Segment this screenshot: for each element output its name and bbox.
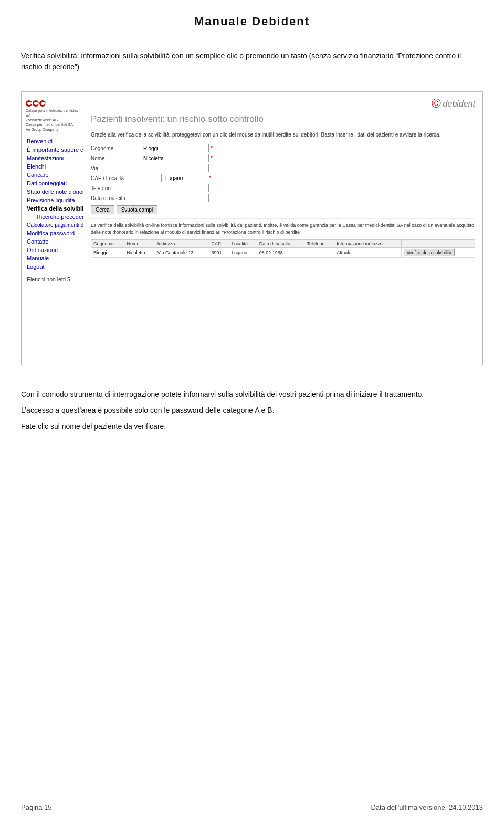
results-table: Cognome Nome Indirizzo CAP Località Data… (91, 239, 475, 258)
required-nome: * (211, 155, 213, 161)
sidebar-item-benvenuti[interactable]: Benvenuti (22, 137, 83, 145)
result-cognome: Rioggi (91, 248, 124, 258)
form-row-nascita: Data di nascita (91, 194, 475, 202)
search-button[interactable]: Cerca (91, 205, 114, 214)
form-row-nome: Nome * (91, 154, 475, 162)
result-telefono (304, 248, 334, 258)
col-nome: Nome (124, 240, 155, 248)
company-line3: Cassa per medici-dentisti SA (26, 122, 79, 127)
form-row-via: Via (91, 164, 475, 172)
input-telefono[interactable] (141, 184, 209, 192)
result-cap: 6901 (209, 248, 229, 258)
debident-logo: Ⓒ debident (432, 97, 475, 110)
page-footer: Pagina 15 Data dell'ultima versione: 24.… (21, 797, 483, 811)
elenchi-badge: Elenchi non letti 5 (22, 274, 83, 284)
col-indirizzo: Indirizzo (155, 240, 209, 248)
form-row-cognome: Cognome * (91, 144, 475, 152)
sim-page-heading: Pazienti insolventi: un rischio sotto co… (91, 114, 475, 128)
sim-layout: Caisse pour médecins-dentistes SA Zahnär… (22, 92, 482, 365)
result-indirizzo: Via Cantonale 13 (155, 248, 209, 258)
input-via[interactable] (141, 164, 209, 172)
legal-note: La verifica della solvibilità on-line fo… (91, 218, 475, 235)
form-row-cap: CAP / Località * (91, 174, 475, 182)
col-info: Informazione indirizzo (334, 240, 402, 248)
form-row-telefono: Telefono (91, 184, 475, 192)
screenshot-box: Caisse pour médecins-dentistes SA Zahnär… (21, 91, 483, 365)
page-wrapper: Manuale Debident Verifica solvibilità: i… (0, 0, 504, 827)
results-header-row: Cognome Nome Indirizzo CAP Località Data… (91, 240, 475, 248)
input-nome[interactable] (141, 154, 209, 162)
required-cognome: * (211, 145, 213, 151)
sim-main: Ⓒ debident Pazienti insolventi: un risch… (83, 92, 482, 365)
sim-description: Grazie alla verifica della solvibilità, … (91, 131, 475, 139)
form-buttons: Cerca Svuota campi (91, 205, 475, 214)
sidebar-item-ordinazione[interactable]: Ordinazione (22, 246, 83, 254)
label-nascita: Data di nascita (91, 195, 141, 201)
sim-sidebar: Caisse pour médecins-dentistes SA Zahnär… (22, 92, 83, 365)
sidebar-nav: Benvenuti È importante sapere che Manife… (22, 137, 83, 284)
sidebar-item-elenchi[interactable]: Elenchi (22, 162, 83, 171)
sidebar-item-manifestazioni[interactable]: Manifestazioni (22, 154, 83, 162)
footer-date: Data dell'ultima versione: 24.10.2013 (371, 803, 483, 811)
col-telefono: Telefono (304, 240, 334, 248)
result-action-cell: Verifica della solvibilità (401, 248, 475, 258)
label-cap: CAP / Località (91, 175, 141, 181)
company-line1: Caisse pour médecins-dentistes SA (26, 108, 79, 118)
company-line4: An Group Company (26, 127, 79, 132)
label-cognome: Cognome (91, 145, 141, 151)
col-action (401, 240, 475, 248)
sim-form: Cognome * Nome * Via CAP / Località (91, 144, 475, 214)
company-line2: Zahnärztekasse AG (26, 118, 79, 122)
label-via: Via (91, 165, 141, 171)
input-localita[interactable] (163, 174, 207, 182)
label-nome: Nome (91, 155, 141, 161)
sidebar-item-contatto[interactable]: Contatto (22, 237, 83, 246)
page-title: Manuale Debident (21, 0, 483, 41)
result-localita: Lugano (229, 248, 257, 258)
sidebar-item-stato[interactable]: Stato delle note d'onorario (22, 187, 83, 196)
intro-heading: Verifica solvibilità: informazioni sulla… (21, 50, 483, 72)
result-info: Attuale (334, 248, 402, 258)
sidebar-item-modifica[interactable]: Modifica password (22, 229, 83, 237)
body-paragraph3: Fate clic sul nome del paziente da verif… (21, 421, 483, 432)
sidebar-item-verifica[interactable]: Verifica della solvibilità (22, 204, 83, 213)
clear-button[interactable]: Svuota campi (117, 205, 158, 214)
sidebar-logo: Caisse pour médecins-dentistes SA Zahnär… (22, 97, 83, 137)
result-nascita: 08.02.1968 (257, 248, 304, 258)
footer-page-number: Pagina 15 (21, 803, 52, 811)
col-cap: CAP (209, 240, 229, 248)
col-data-nascita: Data di nascita (257, 240, 304, 248)
col-localita: Località (229, 240, 257, 248)
sidebar-item-logout[interactable]: Logout (22, 263, 83, 271)
sidebar-item-ricerche[interactable]: └ Ricerche precedenti (22, 213, 83, 221)
intro-section: Verifica solvibilità: informazioni sulla… (21, 50, 483, 76)
input-cognome[interactable] (141, 144, 209, 152)
logo-ccc-icon (26, 100, 46, 107)
col-cognome: Cognome (91, 240, 124, 248)
sim-header: Ⓒ debident (91, 97, 475, 110)
sidebar-item-caricare[interactable]: Caricare (22, 171, 83, 179)
sidebar-item-previsione[interactable]: Previsione liquidità (22, 196, 83, 204)
body-paragraph2: L’accesso a quest’area è possibile solo … (21, 404, 483, 416)
input-cap[interactable] (141, 174, 162, 182)
verifica-solvibilita-button[interactable]: Verifica della solvibilità (404, 249, 455, 256)
label-telefono: Telefono (91, 185, 141, 191)
input-nascita[interactable] (141, 194, 209, 202)
debident-c-icon: Ⓒ (432, 98, 441, 109)
body-paragraph1: Con il comodo strumento di interrogazion… (21, 389, 483, 400)
required-cap: * (209, 175, 211, 181)
sidebar-item-importante[interactable]: È importante sapere che (22, 145, 83, 154)
sidebar-item-manuale[interactable]: Manuale (22, 254, 83, 263)
result-row: Rioggi Nicoletta Via Cantonale 13 6901 L… (91, 248, 475, 258)
sidebar-item-dati[interactable]: Dati conteggiati (22, 179, 83, 187)
body-text-section: Con il comodo strumento di interrogazion… (21, 389, 483, 436)
result-nome: Nicoletta (124, 248, 155, 258)
sidebar-item-calcolatore[interactable]: Calcolatore pagamenti dilazionati (22, 221, 83, 229)
